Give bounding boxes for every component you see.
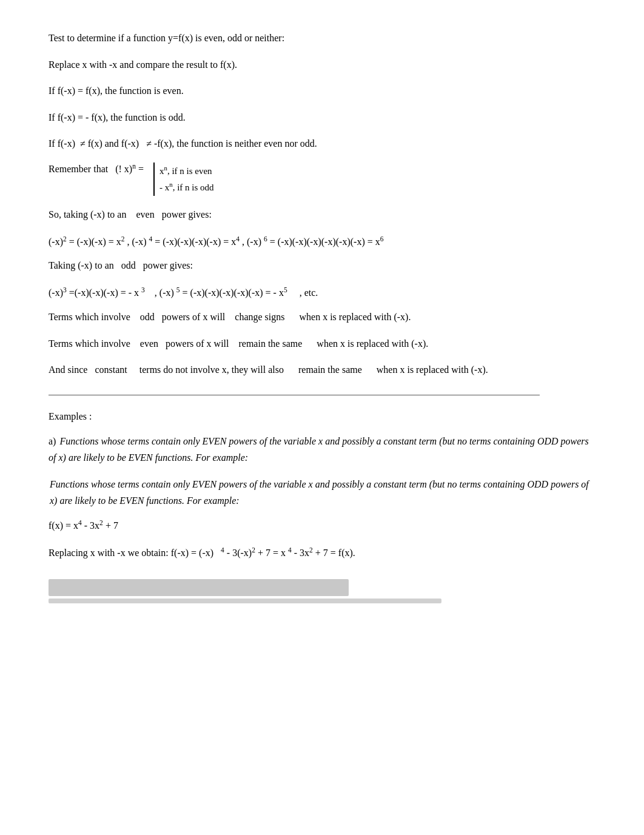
intro-line2: Replace x with -x and compare the result… — [49, 57, 594, 73]
examples-header: Examples : — [49, 409, 594, 424]
section-divider — [49, 395, 540, 395]
footer-underline — [49, 599, 441, 603]
example-a-description: Functions whose terms contain only EVEN … — [49, 436, 589, 462]
main-content: Test to determine if a function y=f(x) i… — [49, 30, 594, 603]
intro-line4: If f(-x) = - f(x), the function is odd. — [49, 110, 594, 126]
odd-power-equation: (-x)3 =(-x)(-x)(-x) = - x 3 , (-x) 5 = (… — [49, 284, 594, 301]
piecewise-expression: (! x)n = — [115, 163, 146, 175]
piecewise-cases: xn, if n is even - xn, if n is odd — [153, 163, 214, 196]
intro-line5: If f(-x) ≠ f(x) and f(-x) ≠ -f(x), the f… — [49, 136, 594, 152]
footer-bar — [49, 579, 349, 596]
terms2: Terms which involve even powers of x wil… — [49, 336, 594, 352]
even-power-equation: (-x)2 = (-x)(-x) = x2 , (-x) 4 = (-x)(-x… — [49, 233, 594, 250]
terms1: Terms which involve odd powers of x will… — [49, 309, 594, 325]
remember-block: Remember that (! x)n = xn, if n is even … — [49, 163, 594, 196]
piecewise-odd: - xn, if n is odd — [159, 179, 214, 196]
odd-power-text: Taking (-x) to an odd power gives: — [49, 258, 594, 273]
piecewise-even: xn, if n is even — [159, 163, 214, 179]
even-power-text: So, taking (-x) to an even power gives: — [49, 207, 594, 223]
fx-replacement: Replacing x with -x we obtain: f(-x) = (… — [49, 545, 594, 561]
terms3: And since constant terms do not involve … — [49, 362, 594, 378]
intro-line1: Test to determine if a function y=f(x) i… — [49, 30, 594, 46]
remember-label: Remember that — [49, 164, 108, 175]
example-a-italic-block: Functions whose terms contain only EVEN … — [49, 477, 594, 509]
expression-lhs: (! x)n = — [115, 164, 146, 174]
example-a-label: a) Functions whose terms contain only EV… — [49, 434, 594, 466]
intro-line3: If f(-x) = f(x), the function is even. — [49, 83, 594, 99]
fx-definition: f(x) = x4 - 3x2 + 7 — [49, 517, 594, 534]
